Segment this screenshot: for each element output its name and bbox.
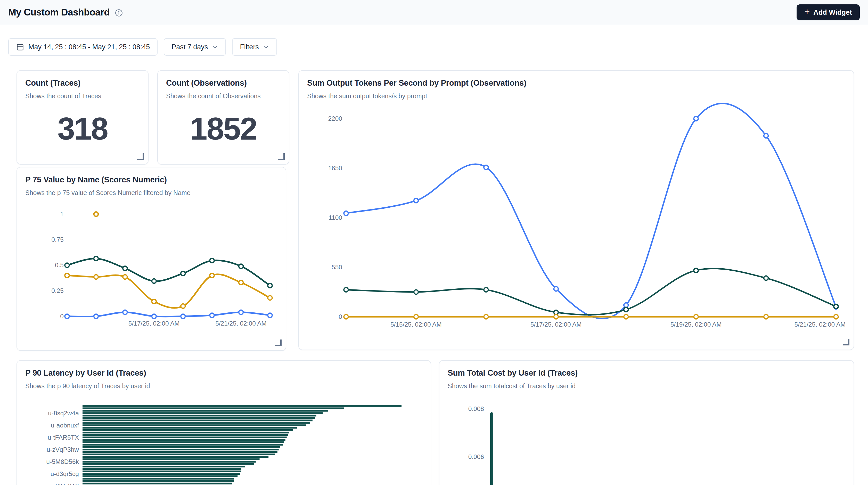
tokens-line-chart[interactable]: 05501100165022005/15/25, 02:00 AM5/17/25… [299,71,854,350]
widget-title: Count (Traces) [25,79,140,88]
svg-text:5/19/25, 02:00 AM: 5/19/25, 02:00 AM [671,321,722,328]
svg-text:u-zVqP3hw: u-zVqP3hw [47,446,79,453]
filters-button[interactable]: Filters [232,38,277,56]
widget-card-tokens-per-second: Sum Output Tokens Per Second by Prompt (… [298,70,854,350]
svg-text:0.5: 0.5 [55,262,64,269]
widget-subtitle: Shows the count of Observations [166,92,281,100]
svg-text:550: 550 [332,264,342,271]
filters-label: Filters [240,43,259,51]
p90-bar-chart[interactable]: u-8sq2w4au-aobnuxfu-tFAR5TXu-zVqP3hwu-5M… [17,361,431,485]
widget-card-p90-latency: P 90 Latency by User Id (Traces) Shows t… [17,360,431,485]
svg-text:0.75: 0.75 [51,236,64,243]
widget-card-count-traces: Count (Traces) Shows the count of Traces… [17,70,149,164]
metric-value: 1852 [166,111,281,147]
resize-handle[interactable] [843,339,849,345]
resize-handle[interactable] [137,153,144,160]
widget-card-total-cost: Sum Total Cost by User Id (Traces) Shows… [439,360,854,485]
svg-text:0: 0 [60,313,64,320]
svg-text:u-tFAR5TX: u-tFAR5TX [48,434,79,441]
add-widget-button[interactable]: + Add Widget [797,4,860,20]
widget-title: Count (Observations) [166,79,281,88]
svg-text:2200: 2200 [328,115,342,122]
svg-text:u-d3qr5cg: u-d3qr5cg [51,470,79,477]
chevron-down-icon [263,44,269,50]
svg-text:u-5M8D56k: u-5M8D56k [46,458,79,465]
svg-text:u-aobnuxf: u-aobnuxf [51,422,79,429]
widget-card-count-observations: Count (Observations) Shows the count of … [157,70,289,164]
svg-text:5/21/25, 02:00 AM: 5/21/25, 02:00 AM [215,320,267,327]
p75-line-chart[interactable]: 00.250.50.7515/17/25, 02:00 AM5/21/25, 0… [17,168,286,350]
top-bar: My Custom Dashboard + Add Widget [0,0,868,25]
svg-text:5/17/25, 02:00 AM: 5/17/25, 02:00 AM [530,321,582,328]
svg-text:1100: 1100 [329,214,342,221]
svg-text:0.008: 0.008 [468,405,484,412]
cost-bar-chart[interactable]: 0.0080.006 [439,361,854,485]
page-title: My Custom Dashboard [8,7,110,18]
svg-text:0.006: 0.006 [468,453,484,460]
date-range-label: May 14, 25 : 08:45 - May 21, 25 : 08:45 [28,43,150,51]
info-icon[interactable] [115,9,123,17]
metric-value: 318 [25,111,140,147]
dashboard-page: My Custom Dashboard + Add Widget May [0,0,868,485]
date-range-button[interactable]: May 14, 25 : 08:45 - May 21, 25 : 08:45 [8,38,158,56]
svg-text:1: 1 [60,211,64,217]
time-preset-button[interactable]: Past 7 days [164,38,226,56]
time-preset-label: Past 7 days [172,43,208,51]
svg-text:1650: 1650 [328,164,342,172]
widget-subtitle: Shows the count of Traces [25,92,140,100]
chevron-down-icon [212,44,218,50]
resize-handle[interactable] [278,153,285,160]
svg-text:u-8fVa9T3: u-8fVa9T3 [50,482,79,485]
add-widget-label: Add Widget [813,8,852,17]
svg-text:0.25: 0.25 [51,287,64,294]
svg-text:u-8sq2w4a: u-8sq2w4a [48,410,79,417]
svg-text:5/17/25, 02:00 AM: 5/17/25, 02:00 AM [128,320,180,327]
svg-text:0: 0 [339,313,342,320]
svg-text:5/21/25, 02:00 AM: 5/21/25, 02:00 AM [795,321,846,328]
calendar-icon [16,43,24,51]
filter-bar: May 14, 25 : 08:45 - May 21, 25 : 08:45 … [8,38,277,56]
svg-text:5/15/25, 02:00 AM: 5/15/25, 02:00 AM [391,321,442,328]
widget-card-p75-scores: P 75 Value by Name (Scores Numeric) Show… [17,167,286,351]
resize-handle[interactable] [275,339,282,346]
